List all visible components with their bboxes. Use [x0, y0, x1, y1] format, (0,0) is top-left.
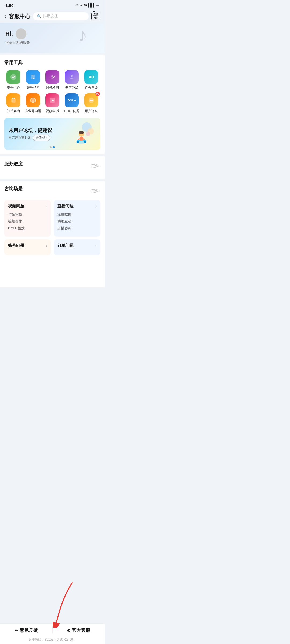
- wifi-icon: ≋: [80, 3, 82, 7]
- consult-grid: 视频问题 › 作品审核 视频创作 DOU+投放 直播问题 › 流量数据 功能互动…: [4, 200, 100, 255]
- tool-account-check-label: 账号检测: [46, 86, 59, 90]
- banner-subtitle: 抖音建议官计划 去发帖 ›: [9, 135, 67, 141]
- account-retrieve-icon: [26, 70, 40, 84]
- consult-card-video-header: 视频问题 ›: [8, 204, 47, 209]
- service-progress-header: 服务进度 更多 ›: [4, 161, 100, 171]
- banner-dots: [50, 146, 55, 148]
- tool-dou-plus[interactable]: DOU+ DOU+问题: [63, 93, 81, 114]
- banner-cta-button[interactable]: 去发帖 ›: [33, 135, 50, 141]
- tool-account-retrieve-label: 账号找回: [27, 86, 39, 90]
- chevron-right-icon: ›: [46, 204, 47, 209]
- ad-feedback-icon: AD: [84, 70, 98, 84]
- eye-icon: 👁: [75, 3, 79, 7]
- consult-scene-more[interactable]: 更多 ›: [91, 189, 100, 193]
- video-appeal-icon: [45, 93, 59, 107]
- consult-scene-title: 咨询场景: [4, 186, 23, 192]
- consult-video-item-1: 作品审核: [8, 212, 47, 217]
- consult-card-live[interactable]: 直播问题 › 流量数据 功能互动 开播咨询: [54, 200, 100, 237]
- consult-card-order-title: 订单问题: [57, 243, 74, 248]
- tool-security[interactable]: 安全中心: [4, 70, 23, 90]
- svg-point-6: [71, 75, 73, 77]
- consult-card-account-header: 账号问题 ›: [8, 243, 47, 248]
- account-check-icon: [45, 70, 59, 84]
- svg-rect-7: [11, 99, 16, 103]
- chevron-right-icon-4: ›: [95, 243, 97, 248]
- battery-icon: ▬: [96, 3, 99, 7]
- consult-live-item-2: 功能互动: [57, 219, 97, 224]
- feedback-icon: 反馈历史: [91, 13, 100, 20]
- svg-point-23: [77, 141, 79, 143]
- tool-ad-feedback[interactable]: AD 广告反馈: [82, 70, 100, 90]
- chevron-right-icon-3: ›: [46, 243, 47, 248]
- feedback-history-button[interactable]: 反馈历史: [91, 13, 100, 20]
- tool-account-check[interactable]: 账号检测: [43, 70, 61, 90]
- consult-card-order[interactable]: 订单问题 ›: [54, 239, 100, 255]
- tiktok-logo: ♪: [78, 26, 99, 47]
- status-time: 1:50: [5, 3, 13, 8]
- tool-enterprise[interactable]: 企业号问题: [24, 93, 42, 114]
- service-progress-more[interactable]: 更多 ›: [91, 164, 100, 169]
- consult-card-live-title: 直播问题: [57, 204, 74, 209]
- consult-card-video[interactable]: 视频问题 › 作品审核 视频创作 DOU+投放: [4, 200, 51, 237]
- svg-line-28: [83, 139, 85, 140]
- tools-section-title: 常用工具: [4, 60, 100, 66]
- consult-video-item-3: DOU+投放: [8, 226, 47, 231]
- svg-point-20: [86, 132, 90, 136]
- tool-video-appeal-label: 视频申诉: [46, 109, 59, 114]
- header: ‹ 客服中心 🔍 抖币充值 反馈历史: [0, 10, 105, 23]
- consult-card-video-title: 视频问题: [8, 204, 24, 209]
- svg-point-5: [51, 75, 53, 77]
- banner-text: 来用户论坛，提建议 抖音建议官计划 去发帖 ›: [9, 127, 67, 141]
- consult-card-order-header: 订单问题 ›: [57, 243, 97, 248]
- signal-icon: ▌▌▌: [88, 3, 95, 7]
- 5g-icon: 5G: [84, 4, 87, 7]
- svg-point-16: [91, 100, 92, 101]
- tool-security-label: 安全中心: [7, 86, 20, 90]
- hero-section: Hi, 很高兴为您服务 ♪: [0, 23, 105, 53]
- tool-ad-feedback-label: 广告反馈: [85, 86, 98, 90]
- service-progress-title: 服务进度: [4, 161, 23, 167]
- forum-badge: 奖: [95, 92, 100, 96]
- tool-order[interactable]: 订单咨询: [4, 93, 23, 114]
- search-placeholder: 抖币充值: [43, 14, 58, 19]
- consult-card-account-title: 账号问题: [8, 243, 24, 248]
- page-title: 客服中心: [9, 13, 30, 20]
- shop-icon: [65, 70, 79, 84]
- forum-icon: 奖: [84, 93, 98, 107]
- tool-enterprise-label: 企业号问题: [25, 109, 41, 114]
- consult-scene-section: 咨询场景 更多 › 视频问题 › 作品审核 视频创作 DOU+投放 直播问题 ›…: [0, 181, 105, 287]
- user-avatar: [16, 28, 26, 39]
- banner-illustration: [67, 120, 96, 147]
- tool-video-appeal[interactable]: 视频申诉: [43, 93, 61, 114]
- svg-point-29: [79, 131, 84, 134]
- consult-live-item-1: 流量数据: [57, 212, 97, 217]
- security-icon: [6, 70, 20, 84]
- tool-account-retrieve[interactable]: 账号找回: [24, 70, 42, 90]
- promotion-banner[interactable]: 来用户论坛，提建议 抖音建议官计划 去发帖 ›: [4, 118, 100, 150]
- tools-section: 常用工具 安全中心 账号找回: [0, 55, 105, 154]
- svg-point-24: [84, 141, 86, 143]
- svg-point-17: [92, 100, 93, 101]
- status-bar: 1:50 👁 ≋ 5G ▌▌▌ ▬: [0, 0, 105, 10]
- status-icons: 👁 ≋ 5G ▌▌▌ ▬: [75, 3, 99, 7]
- tool-forum[interactable]: 奖 用户论坛: [82, 93, 100, 114]
- search-icon: 🔍: [37, 14, 41, 19]
- back-button[interactable]: ‹: [4, 13, 6, 20]
- chevron-right-icon-2: ›: [95, 204, 97, 209]
- enterprise-icon: [26, 93, 40, 107]
- dot-1: [50, 146, 52, 148]
- consult-card-live-header: 直播问题 ›: [57, 204, 97, 209]
- svg-point-15: [90, 100, 91, 101]
- consult-card-account[interactable]: 账号问题 ›: [4, 239, 51, 255]
- search-bar[interactable]: 🔍 抖币充值: [33, 12, 89, 20]
- tools-grid: 安全中心 账号找回 账号检测: [4, 70, 100, 114]
- tool-dou-plus-label: DOU+问题: [64, 109, 80, 114]
- tool-shop-label: 开店带货: [65, 86, 78, 90]
- order-icon: [6, 93, 20, 107]
- tool-shop[interactable]: 开店带货: [63, 70, 81, 90]
- consult-live-item-3: 开播咨询: [57, 226, 97, 231]
- tool-order-label: 订单咨询: [7, 109, 20, 114]
- dou-plus-icon: DOU+: [65, 93, 79, 107]
- dot-2: [53, 146, 55, 148]
- consult-video-item-2: 视频创作: [8, 219, 47, 224]
